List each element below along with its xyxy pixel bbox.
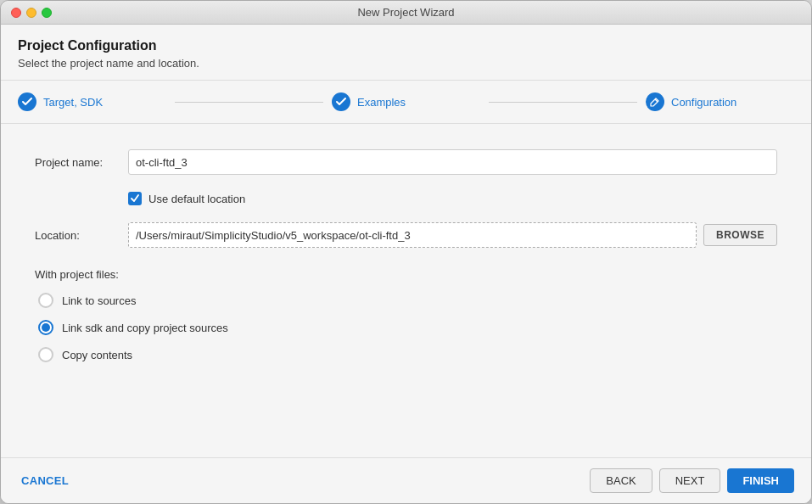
footer: CANCEL BACK NEXT FINISH [1,457,811,503]
radio-link-sdk-copy-button[interactable] [38,320,53,335]
location-label: Location: [35,229,128,242]
title-bar: New Project Wizard [1,1,811,25]
step1-label: Target, SDK [43,96,103,109]
use-default-location-label: Use default location [148,193,245,205]
location-row: Location: BROWSE [35,222,777,248]
step-examples[interactable]: Examples [332,92,480,111]
footer-right-buttons: BACK NEXT FINISH [590,468,794,493]
radio-copy-contents-label: Copy contents [62,349,132,361]
main-window: New Project Wizard Project Configuration… [0,0,812,504]
step1-icon [18,92,36,111]
project-files-label: With project files: [35,268,777,281]
minimize-button[interactable] [26,8,36,18]
radio-link-to-sources-label: Link to sources [62,294,136,307]
content-area: Project name: Use default location Locat… [1,124,811,457]
step-configuration[interactable]: Configuration [646,92,794,111]
radio-copy-contents-button[interactable] [38,347,53,362]
window-title: New Project Wizard [357,6,454,19]
steps-bar: Target, SDK Examples Configuration [1,81,811,124]
project-name-row: Project name: [35,149,777,175]
close-button[interactable] [11,8,21,18]
traffic-lights [11,8,52,18]
project-name-input[interactable] [128,149,777,175]
step3-label: Configuration [671,96,736,109]
radio-inner-dot [42,323,50,332]
project-name-label: Project name: [35,156,128,169]
finish-button[interactable]: FINISH [727,468,794,493]
step2-icon [332,92,350,111]
step-target-sdk[interactable]: Target, SDK [18,92,166,111]
page-title: Project Configuration [18,38,794,53]
step2-label: Examples [357,96,406,109]
page-subtitle: Select the project name and location. [18,57,794,70]
step3-icon [646,92,664,111]
radio-link-to-sources-button[interactable] [38,293,53,308]
cancel-button[interactable]: CANCEL [18,469,72,492]
next-button[interactable]: NEXT [659,468,721,493]
header-section: Project Configuration Select the project… [1,25,811,81]
location-input[interactable] [128,222,697,248]
step-connector-1 [175,102,323,103]
radio-group: Link to sources Link sdk and copy projec… [38,293,777,362]
use-default-location-row[interactable]: Use default location [128,192,777,205]
radio-link-to-sources[interactable]: Link to sources [38,293,777,308]
radio-link-sdk-copy-label: Link sdk and copy project sources [62,322,228,334]
browse-button[interactable]: BROWSE [703,224,777,246]
maximize-button[interactable] [42,8,52,18]
step-connector-2 [489,102,637,103]
back-button[interactable]: BACK [590,468,652,493]
radio-link-sdk-copy[interactable]: Link sdk and copy project sources [38,320,777,335]
use-default-location-checkbox[interactable] [128,192,142,205]
radio-copy-contents[interactable]: Copy contents [38,347,777,362]
